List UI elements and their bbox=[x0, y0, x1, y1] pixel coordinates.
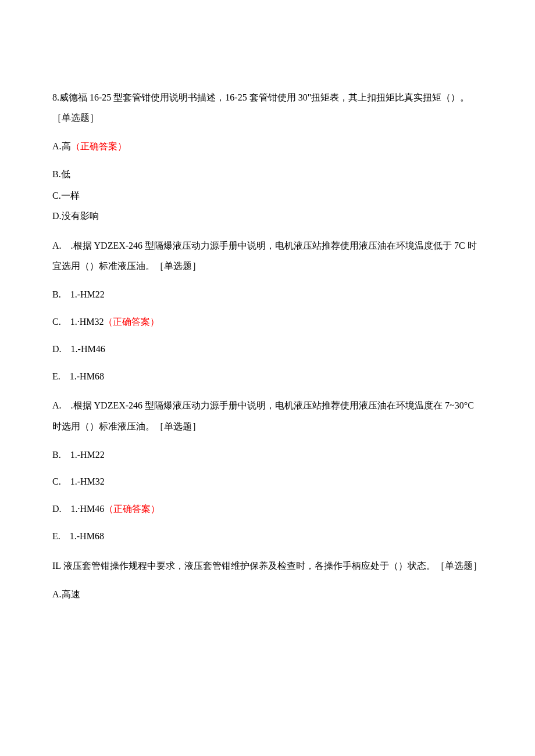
option-label: D. 1.·HM46 bbox=[52, 504, 104, 514]
option-label: C. 1.·HM32 bbox=[52, 317, 104, 327]
correct-answer-marker: （正确答案） bbox=[104, 317, 159, 327]
question-11-option-a: A.高速 bbox=[52, 586, 483, 603]
question-10-option-c: C. 1.-HM32 bbox=[52, 474, 483, 490]
question-9-option-b: B. 1.-HM22 bbox=[52, 286, 483, 303]
question-9-option-d: D. 1.-HM46 bbox=[52, 341, 483, 358]
question-10-text: A. .根据 YDZEX-246 型隔爆液压动力源手册中说明，电机液压站推荐使用… bbox=[52, 395, 483, 436]
question-8-option-c: C.一样 bbox=[52, 187, 483, 205]
correct-answer-marker: （正确答案） bbox=[71, 141, 127, 151]
question-10-option-b: B. 1.-HM22 bbox=[52, 447, 483, 464]
option-label: A.高 bbox=[52, 141, 71, 151]
question-10-option-e: E. 1.-HM68 bbox=[52, 528, 483, 545]
question-9-option-e: E. 1.-HM68 bbox=[52, 368, 483, 385]
question-8-text: 8.威德福 16-25 型套管钳使用说明书描述，16-25 套管钳使用 30"扭… bbox=[52, 87, 483, 128]
question-9-text: A. .根据 YDZEX-246 型隔爆液压动力源手册中说明，电机液压站推荐使用… bbox=[52, 235, 483, 276]
correct-answer-marker: （正确答案） bbox=[104, 504, 160, 514]
question-8-option-d: D.没有影响 bbox=[52, 208, 483, 225]
document-page: 8.威德福 16-25 型套管钳使用说明书描述，16-25 套管钳使用 30"扭… bbox=[0, 0, 535, 660]
question-8-option-a: A.高（正确答案） bbox=[52, 138, 483, 155]
question-8-option-b: B.低 bbox=[52, 166, 483, 183]
question-9-option-c: C. 1.·HM32（正确答案） bbox=[52, 314, 483, 331]
question-10-option-d: D. 1.·HM46（正确答案） bbox=[52, 501, 483, 518]
question-11-text: IL 液压套管钳操作规程中要求，液压套管钳维护保养及检查时，各操作手柄应处于（）… bbox=[52, 556, 483, 576]
